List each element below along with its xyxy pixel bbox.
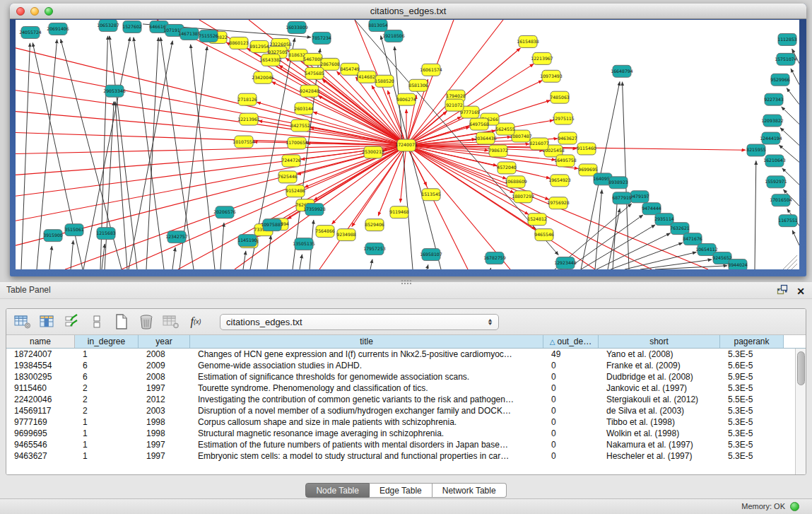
graph-node[interactable]: 17957253 bbox=[363, 243, 386, 255]
graph-node[interactable]: 16210643 bbox=[763, 155, 786, 167]
table-row[interactable]: 1456911722003Disruption of a novel membe… bbox=[6, 405, 795, 416]
table-settings-icon[interactable] bbox=[13, 313, 32, 330]
graph-node[interactable]: 8454749 bbox=[340, 63, 360, 75]
graph-node[interactable]: 8938923 bbox=[608, 177, 628, 189]
graph-node[interactable]: 1167551 bbox=[778, 215, 798, 227]
table-row[interactable]: 1938455462009Genome-wide association stu… bbox=[6, 360, 795, 371]
tab-network-table[interactable]: Network Table bbox=[433, 483, 507, 498]
graph-node[interactable]: 12093822 bbox=[761, 115, 784, 127]
graph-node[interactable]: 9806274 bbox=[396, 93, 416, 105]
graph-node[interactable]: 9529966 bbox=[770, 74, 790, 86]
table-row[interactable]: 1872400712008Changes of HCN gene express… bbox=[6, 349, 795, 360]
graph-node[interactable]: 3515061 bbox=[64, 224, 84, 236]
graph-node[interactable]: 921072 bbox=[445, 99, 464, 111]
create-table-icon[interactable] bbox=[112, 313, 131, 330]
graph-node[interactable]: 16033809 bbox=[286, 21, 308, 33]
resize-grip-icon[interactable] bbox=[783, 255, 797, 269]
graph-node[interactable]: 16782759 bbox=[483, 252, 506, 264]
graph-node[interactable]: 7986372 bbox=[488, 145, 508, 157]
graph-node[interactable]: 19218506 bbox=[382, 30, 405, 42]
close-panel-icon[interactable]: ✕ bbox=[796, 286, 805, 297]
graph-node[interactable]: 5475685 bbox=[305, 67, 324, 79]
graph-node[interactable]: 8471676 bbox=[683, 233, 702, 245]
graph-node[interactable]: 16154838 bbox=[517, 35, 539, 47]
graph-node[interactable]: 1112853 bbox=[777, 33, 797, 45]
graph-node[interactable]: 19756928 bbox=[547, 197, 570, 209]
graph-node[interactable]: 10653287 bbox=[97, 20, 119, 31]
graph-node[interactable]: 15592971 bbox=[765, 176, 787, 188]
graph-node[interactable]: 12342757 bbox=[165, 231, 188, 243]
tab-edge-table[interactable]: Edge Table bbox=[370, 483, 433, 498]
graph-node[interactable]: 19654923 bbox=[548, 175, 571, 187]
table-row[interactable]: 977716911998Corpus callosum shape and si… bbox=[6, 416, 795, 428]
graph-node[interactable]: 10973493 bbox=[540, 70, 563, 82]
graph-node[interactable]: 17240071 bbox=[395, 139, 418, 151]
resize-grip-icon[interactable] bbox=[787, 259, 797, 269]
graph-node[interactable]: 8427552 bbox=[290, 119, 310, 132]
table-panel-titlebar[interactable]: Table Panel ✕ bbox=[0, 282, 812, 299]
graph-node[interactable]: 9474444 bbox=[642, 203, 661, 215]
splitter-grip-icon[interactable] bbox=[401, 279, 412, 284]
graph-node[interactable]: 12923448 bbox=[554, 257, 577, 269]
graph-node[interactable]: 9479197 bbox=[630, 191, 649, 203]
graph-node[interactable]: 9115460 bbox=[577, 143, 596, 155]
graph-node[interactable]: 7625446 bbox=[278, 171, 298, 183]
graph-node[interactable]: 18807293 bbox=[512, 191, 534, 203]
graph-node[interactable]: 10688609 bbox=[505, 176, 527, 188]
graph-node[interactable]: 11700654 bbox=[286, 137, 308, 149]
function-builder-icon[interactable]: f(x) bbox=[187, 313, 205, 330]
table-row[interactable]: 2242004622012Investigating the contribut… bbox=[6, 394, 795, 405]
graph-node[interactable]: 23420046 bbox=[252, 71, 274, 83]
graph-node[interactable]: 25300213 bbox=[362, 146, 384, 158]
table-row[interactable]: 1830029562008Estimation of significance … bbox=[6, 371, 795, 382]
close-button[interactable] bbox=[16, 7, 25, 16]
graph-node[interactable]: 12975115 bbox=[552, 112, 575, 124]
table-row[interactable]: 946362711997Embryonic stem cells: a mode… bbox=[6, 450, 795, 462]
graph-node[interactable]: 8813054 bbox=[368, 20, 388, 31]
graph-node[interactable]: 2603144 bbox=[294, 103, 314, 115]
graph-node[interactable]: 16543382 bbox=[259, 54, 282, 66]
float-window-icon[interactable] bbox=[777, 284, 788, 298]
graph-node[interactable]: 8860123 bbox=[229, 37, 249, 49]
graph-node[interactable]: 7244726 bbox=[281, 155, 301, 167]
graph-node[interactable]: 24055724 bbox=[19, 26, 42, 38]
graph-node[interactable]: 7485063 bbox=[550, 91, 570, 103]
column-header-name[interactable]: name bbox=[6, 335, 75, 348]
delete-table-icon[interactable] bbox=[137, 313, 155, 330]
graph-node[interactable]: 7857234 bbox=[312, 32, 331, 44]
graph-node[interactable]: 20206576 bbox=[213, 206, 236, 218]
scrollbar-thumb[interactable] bbox=[797, 351, 805, 385]
graph-node[interactable]: 8912954 bbox=[249, 40, 269, 52]
show-columns-icon[interactable] bbox=[38, 313, 57, 330]
table-scrollbar[interactable] bbox=[795, 349, 806, 474]
graph-node[interactable]: 12444194 bbox=[760, 132, 782, 144]
network-window-titlebar[interactable]: citations_edges.txt bbox=[10, 4, 806, 19]
graph-node[interactable]: 9227343 bbox=[764, 93, 784, 105]
graph-node[interactable]: 17016504 bbox=[770, 194, 792, 206]
graph-node[interactable]: 9465546 bbox=[534, 229, 554, 241]
table-row[interactable]: 946554611997Estimation of the future num… bbox=[6, 439, 795, 450]
column-header-in_degree[interactable]: in_degree bbox=[75, 335, 139, 348]
graph-node[interactable]: 1145190 bbox=[237, 235, 257, 247]
column-header-year[interactable]: year bbox=[139, 335, 190, 348]
graph-node[interactable]: 9119468 bbox=[389, 206, 409, 218]
graph-node[interactable]: 1527602 bbox=[122, 21, 142, 33]
column-header-pagerank[interactable]: pagerank bbox=[720, 335, 784, 348]
graph-node[interactable]: 7564866 bbox=[315, 226, 335, 238]
graph-node[interactable]: 4572040 bbox=[497, 162, 517, 174]
graph-node[interactable]: 9234988 bbox=[336, 229, 356, 241]
select-mode-icon[interactable] bbox=[63, 313, 81, 330]
graph-node[interactable]: 29053346 bbox=[103, 85, 126, 97]
graph-node[interactable]: 7515526 bbox=[199, 30, 218, 42]
graph-node[interactable]: 8581306 bbox=[408, 79, 428, 91]
graph-node[interactable]: 10975887 bbox=[261, 219, 283, 231]
graph-node[interactable]: 8944024 bbox=[728, 259, 748, 269]
graph-node[interactable]: 1524812 bbox=[527, 214, 547, 226]
graph-node[interactable]: 9152486 bbox=[286, 185, 305, 197]
graph-node[interactable]: 12213961 bbox=[237, 113, 260, 125]
graph-node[interactable]: 9463627 bbox=[558, 132, 577, 144]
graph-node[interactable]: 17359928 bbox=[303, 204, 326, 216]
graph-node[interactable]: 9242848 bbox=[300, 85, 319, 97]
minimize-button[interactable] bbox=[30, 7, 39, 16]
graph-node[interactable]: 14671385 bbox=[178, 28, 201, 40]
